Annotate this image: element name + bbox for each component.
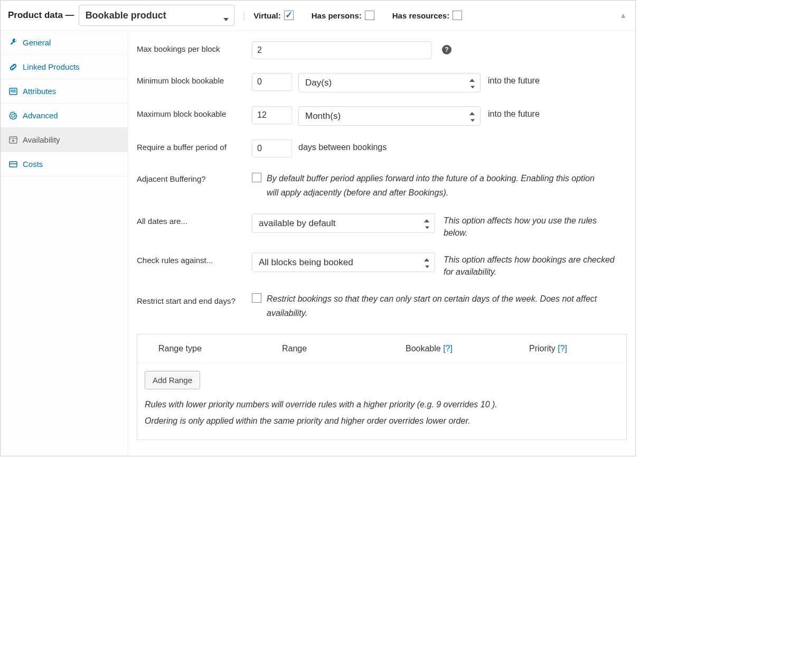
- min-block-suffix: into the future: [488, 73, 540, 86]
- product-type-select[interactable]: Bookable product: [79, 5, 234, 26]
- all-dates-hint: This option affects how you use the rule…: [444, 213, 618, 239]
- buffer-suffix: days between bookings: [298, 139, 387, 152]
- availability-content: Max bookings per block ? Minimum block b…: [128, 31, 635, 456]
- max-block-label: Maximum block bookable: [137, 106, 249, 118]
- sidebar-item-linked-products[interactable]: Linked Products: [1, 55, 128, 79]
- has-resources-checkbox[interactable]: [453, 11, 462, 20]
- sidebar-item-label: Advanced: [23, 111, 58, 120]
- restrict-desc: Restrict bookings so that they can only …: [267, 292, 615, 320]
- svg-rect-1: [11, 90, 16, 91]
- col-priority: Priority [?]: [529, 344, 605, 353]
- restrict-label: Restrict start and end days?: [137, 292, 249, 307]
- wrench-icon: [9, 39, 17, 47]
- rules-table-header: Range type Range Bookable [?] Priority […: [137, 334, 626, 363]
- has-resources-label: Has resources:: [392, 11, 449, 20]
- panel-header: Product data — Bookable product | Virtua…: [1, 1, 635, 31]
- buffer-label: Require a buffer period of: [137, 139, 249, 152]
- svg-rect-6: [10, 162, 17, 167]
- svg-rect-5: [12, 140, 14, 142]
- min-block-input[interactable]: [252, 73, 292, 91]
- virtual-checkbox[interactable]: [284, 11, 294, 20]
- rules-note: Rules with lower priority numbers will o…: [145, 397, 530, 429]
- svg-rect-2: [11, 91, 16, 92]
- product-data-panel: Product data — Bookable product | Virtua…: [0, 0, 636, 456]
- col-bookable: Bookable [?]: [406, 344, 482, 353]
- sidebar-item-availability[interactable]: Availability: [1, 128, 128, 152]
- sidebar: General Linked Products Attributes Advan…: [1, 31, 128, 456]
- virtual-label: Virtual:: [253, 11, 280, 20]
- rules-table: Range type Range Bookable [?] Priority […: [137, 334, 627, 440]
- check-rules-hint: This option affects how bookings are che…: [444, 253, 618, 278]
- svg-rect-4: [10, 138, 17, 139]
- calendar-icon: [9, 136, 17, 144]
- help-icon[interactable]: ?: [442, 45, 451, 54]
- check-rules-label: Check rules against...: [137, 253, 249, 265]
- all-dates-label: All dates are...: [137, 213, 249, 226]
- sidebar-item-label: Availability: [23, 135, 60, 144]
- adjacent-checkbox[interactable]: [252, 173, 261, 182]
- sidebar-item-general[interactable]: General: [1, 31, 128, 55]
- sidebar-item-costs[interactable]: Costs: [1, 152, 128, 176]
- priority-help-link[interactable]: [?]: [558, 344, 567, 353]
- sidebar-item-label: Linked Products: [23, 62, 80, 71]
- link-icon: [9, 63, 17, 71]
- check-rules-select[interactable]: All blocks being booked: [252, 253, 435, 272]
- max-bookings-input[interactable]: [252, 41, 431, 59]
- sidebar-item-label: Costs: [23, 160, 43, 169]
- buffer-input[interactable]: [252, 139, 292, 157]
- panel-title: Product data —: [8, 10, 74, 21]
- max-block-suffix: into the future: [488, 106, 540, 119]
- min-block-label: Minimum block bookable: [137, 73, 249, 85]
- separator: |: [243, 10, 246, 21]
- has-persons-label: Has persons:: [312, 11, 362, 20]
- max-block-input[interactable]: [252, 106, 292, 124]
- list-icon: [9, 87, 17, 96]
- all-dates-select[interactable]: available by default: [252, 213, 435, 233]
- sidebar-item-attributes[interactable]: Attributes: [1, 79, 128, 104]
- adjacent-label: Adjacent Buffering?: [137, 171, 249, 183]
- col-range-type: Range type: [158, 344, 234, 353]
- max-bookings-label: Max bookings per block: [137, 41, 249, 53]
- adjacent-desc: By default buffer period applies forward…: [267, 171, 605, 200]
- sidebar-item-advanced[interactable]: Advanced: [1, 104, 128, 128]
- collapse-toggle-icon[interactable]: ▲: [619, 11, 627, 20]
- add-range-button[interactable]: Add Range: [145, 371, 200, 389]
- bookable-help-link[interactable]: [?]: [443, 344, 453, 353]
- card-icon: [9, 160, 17, 169]
- gear-icon: [9, 111, 17, 120]
- sidebar-item-label: General: [23, 38, 51, 47]
- restrict-checkbox[interactable]: [252, 293, 261, 303]
- sidebar-item-label: Attributes: [23, 87, 56, 96]
- has-persons-checkbox[interactable]: [365, 11, 374, 20]
- min-block-unit-select[interactable]: Day(s): [298, 73, 481, 92]
- col-range: Range: [282, 344, 358, 353]
- max-block-unit-select[interactable]: Month(s): [298, 106, 481, 126]
